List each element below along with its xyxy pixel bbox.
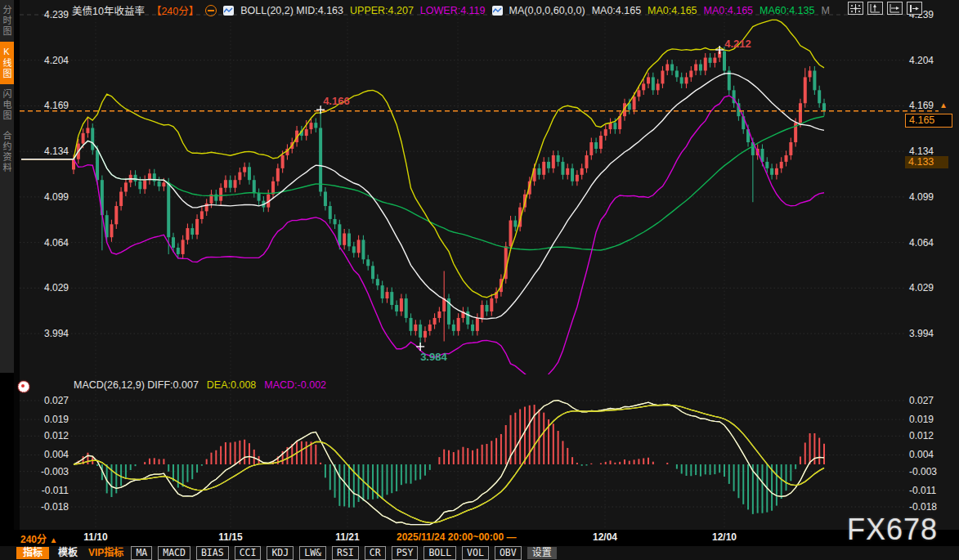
axis-tick-label: 4.239 bbox=[23, 9, 69, 20]
axis-tick-label: -0.018 bbox=[23, 501, 69, 513]
time-axis: 240分 ▲ 11/1011/1511/212025/11/24 20:00~0… bbox=[0, 530, 959, 546]
axis-tick-label: 4.064 bbox=[909, 237, 955, 249]
sidebar-divider bbox=[14, 0, 20, 530]
axis-tick-label: 0.004 bbox=[909, 449, 955, 460]
macd-header: MACD(26,12,9) DIFF:0.007DEA:0.008MACD:-0… bbox=[74, 379, 326, 391]
period-dropdown-icon: ▲ bbox=[49, 535, 57, 544]
toolbar-button-BOLL[interactable]: BOLL bbox=[423, 546, 456, 560]
axis-tick-label: -0.018 bbox=[909, 501, 955, 513]
fx678-watermark: FX678 bbox=[847, 513, 938, 547]
trading-terminal: 分时图K线图闪电图合约资料 4.1664.2123.984 美债10年收益率【2… bbox=[0, 0, 959, 560]
toolbar-button-OBV[interactable]: OBV bbox=[495, 546, 522, 560]
axis-tick-label: 3.994 bbox=[909, 328, 955, 339]
reference-price-badge: 4.133 bbox=[905, 156, 948, 168]
ma0-magenta-value: MA0:4.165 bbox=[704, 5, 753, 16]
zoom-axis-vertical-icon[interactable] bbox=[867, 2, 883, 15]
axis-tick-label: 3.994 bbox=[23, 328, 69, 339]
toolbar-button-MACD[interactable]: MACD bbox=[158, 546, 190, 560]
zoom-axis-horizontal-icon[interactable] bbox=[887, 2, 903, 15]
boll-lower-value: LOWER:4.119 bbox=[420, 5, 486, 16]
toolbar-button-VIP指标[interactable]: VIP指标 bbox=[87, 547, 125, 559]
indicator-toolbar: 指标模板VIP指标MAMACDBIASCCIKDJLW&RSICRPSYBOLL… bbox=[0, 546, 959, 560]
date-label: 11/21 bbox=[335, 531, 359, 543]
toolbar-button-MA[interactable]: MA bbox=[131, 546, 152, 560]
macd-dea-value: DEA:0.008 bbox=[207, 379, 256, 391]
axis-tick-label: -0.011 bbox=[23, 485, 69, 496]
axis-tick-label: 0.012 bbox=[909, 430, 955, 441]
axis-tick-label: 4.134 bbox=[23, 146, 69, 157]
toolbar-button-LW&[interactable]: LW& bbox=[299, 546, 326, 560]
svg-text:4.212: 4.212 bbox=[724, 38, 751, 50]
axis-tick-label: 0.012 bbox=[23, 430, 69, 441]
sidebar-tab-2[interactable]: K线图 bbox=[0, 42, 14, 84]
date-label: 12/10 bbox=[712, 531, 737, 543]
axis-tick-label: 4.099 bbox=[909, 191, 955, 203]
axis-tick-label: -0.003 bbox=[23, 466, 69, 477]
period-selector[interactable]: 240分 ▲ bbox=[20, 531, 57, 545]
axis-tick-label: 0.019 bbox=[23, 414, 69, 425]
mini-chart-icon bbox=[223, 6, 234, 16]
toolbar-button-指标[interactable]: 指标 bbox=[16, 547, 49, 559]
axis-tick-label: 4.099 bbox=[23, 191, 69, 203]
boll-mid-value: BOLL(20,2) MID:4.163 bbox=[240, 5, 343, 16]
ma0-yellow-value: MA0:4.165 bbox=[648, 5, 697, 16]
toolbar-button-CR[interactable]: CR bbox=[365, 546, 386, 560]
move-crosshair-icon[interactable] bbox=[848, 2, 863, 15]
sidebar-tab-3[interactable]: 闪电图 bbox=[0, 84, 14, 126]
axis-tick-label: 0.027 bbox=[23, 395, 69, 406]
axis-tick-label: 4.064 bbox=[23, 237, 69, 249]
axis-tick-label: 4.169 bbox=[23, 100, 69, 111]
ma-more: M bbox=[821, 5, 829, 16]
toolbar-button-CCI[interactable]: CCI bbox=[235, 546, 262, 560]
ma0-white-value: MA0:4.165 bbox=[592, 5, 641, 16]
toolbar-button-PSY[interactable]: PSY bbox=[392, 546, 419, 560]
macd-indicator-settings-icon[interactable] bbox=[18, 381, 29, 392]
axis-tick-label: -0.011 bbox=[909, 485, 955, 496]
toolbar-button-模板[interactable]: 模板 bbox=[55, 547, 81, 559]
axis-tick-label: 0.027 bbox=[909, 395, 955, 406]
ma60-value: MA60:4.135 bbox=[760, 5, 814, 16]
sidebar-tab-1[interactable]: 分时图 bbox=[0, 0, 14, 42]
axis-tick-label: 4.029 bbox=[23, 282, 69, 293]
indicator-header: 美债10年收益率【240分】BOLL(20,2) MID:4.163UPPER:… bbox=[72, 2, 830, 18]
collapse-icon[interactable] bbox=[205, 5, 217, 16]
toolbar-button-KDJ[interactable]: KDJ bbox=[267, 546, 294, 560]
left-sidebar: 分时图K线图闪电图合约资料 bbox=[0, 0, 14, 373]
toolbar-button-VOL[interactable]: VOL bbox=[462, 546, 489, 560]
boll-upper-value: UPPER:4.207 bbox=[350, 5, 414, 16]
current-price-arrow-icon: ▲ bbox=[939, 101, 948, 110]
sidebar-spacer bbox=[0, 373, 14, 530]
symbol-title: 美债10年收益率 bbox=[72, 2, 145, 18]
svg-text:4.166: 4.166 bbox=[323, 95, 350, 107]
macd-hist-value: MACD:-0.002 bbox=[264, 379, 326, 391]
date-label: 11/15 bbox=[218, 531, 242, 543]
macd-diff-value: MACD(26,12,9) DIFF:0.007 bbox=[74, 379, 199, 391]
axis-tick-label: 4.204 bbox=[909, 55, 955, 66]
date-label: 11/10 bbox=[83, 531, 107, 543]
time-range-highlight: 2025/11/24 20:00~00:00 — bbox=[393, 531, 519, 543]
pan-right-icon[interactable] bbox=[907, 2, 922, 15]
ma-params: MA(0,0,0,60,0,0) bbox=[509, 5, 585, 16]
sidebar-tab-4[interactable]: 合约资料 bbox=[0, 126, 14, 178]
chart-tool-icons bbox=[848, 2, 922, 15]
axis-tick-label: 4.169 bbox=[909, 100, 955, 111]
mini-chart-icon bbox=[492, 6, 503, 16]
axis-tick-label: 0.019 bbox=[909, 414, 955, 425]
toolbar-button-RSI[interactable]: RSI bbox=[332, 546, 359, 560]
period-tag: 【240分】 bbox=[151, 2, 199, 18]
axis-tick-label: -0.003 bbox=[909, 466, 955, 477]
toolbar-button-BIAS[interactable]: BIAS bbox=[196, 546, 229, 560]
axis-tick-label: 4.029 bbox=[909, 282, 955, 293]
date-label: 12/04 bbox=[593, 531, 617, 543]
toolbar-button-设置[interactable]: 设置 bbox=[527, 547, 557, 559]
svg-text:3.984: 3.984 bbox=[420, 351, 447, 363]
chart-canvas[interactable]: 4.1664.2123.984 bbox=[0, 0, 959, 560]
current-price-box: 4.165 bbox=[905, 114, 952, 128]
axis-tick-label: 0.004 bbox=[23, 449, 69, 460]
axis-tick-label: 4.204 bbox=[23, 55, 69, 66]
